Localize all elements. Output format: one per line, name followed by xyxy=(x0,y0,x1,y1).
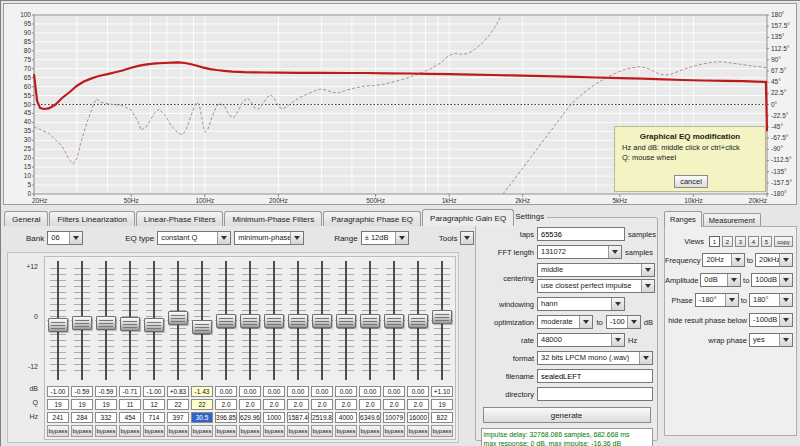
slider-handle-1[interactable] xyxy=(48,318,68,332)
slider-handle-12[interactable] xyxy=(312,314,332,328)
slider-handle-8[interactable] xyxy=(216,314,236,328)
chevron-down-icon[interactable] xyxy=(69,232,82,244)
amplitude-from-select[interactable]: 0dB xyxy=(700,273,741,287)
eq-q-field-11[interactable]: 2.0 xyxy=(287,399,309,410)
slider-handle-15[interactable] xyxy=(384,314,404,328)
slider-handle-6[interactable] xyxy=(168,311,188,325)
eq-hz-field-11[interactable]: 1587.4 xyxy=(287,412,309,423)
wrap-phase-select[interactable]: yes xyxy=(749,333,793,347)
view-button-2[interactable]: 2 xyxy=(722,236,733,247)
eq-hz-field-10[interactable]: 1000 xyxy=(263,412,285,423)
eq-hz-field-6[interactable]: 397 xyxy=(167,412,189,423)
eq-db-field-10[interactable]: 0.00 xyxy=(263,386,285,397)
slider-handle-2[interactable] xyxy=(72,316,92,330)
chevron-down-icon[interactable] xyxy=(779,294,792,306)
format-select[interactable]: 32 bits LPCM mono (.wav) xyxy=(537,351,653,365)
chevron-down-icon[interactable] xyxy=(779,254,792,266)
chevron-down-icon[interactable] xyxy=(395,232,408,244)
eq-hz-field-13[interactable]: 4000 xyxy=(335,412,357,423)
chevron-down-icon[interactable] xyxy=(779,314,792,326)
eq-hz-field-1[interactable]: 241 xyxy=(47,412,69,423)
chevron-down-icon[interactable] xyxy=(639,352,652,364)
bypass-button-4[interactable]: bypass xyxy=(119,425,141,437)
tab-paragraphic-phase-eq[interactable]: Paragraphic Phase EQ xyxy=(323,211,421,226)
eq-gain-slider-3[interactable] xyxy=(94,258,118,384)
eq-db-field-14[interactable]: 0.00 xyxy=(359,386,381,397)
eq-gain-slider-15[interactable] xyxy=(382,258,406,384)
chevron-down-icon[interactable] xyxy=(611,298,624,310)
slider-handle-3[interactable] xyxy=(96,316,116,330)
view-button-3[interactable]: 3 xyxy=(735,236,746,247)
view-button-4[interactable]: 4 xyxy=(748,236,759,247)
eq-db-field-12[interactable]: 0.00 xyxy=(311,386,333,397)
slider-handle-13[interactable] xyxy=(336,314,356,328)
eq-hz-field-2[interactable]: 284 xyxy=(71,412,93,423)
eq-hz-field-17[interactable]: 822 xyxy=(431,412,453,423)
tools-select[interactable] xyxy=(460,231,474,245)
slider-handle-14[interactable] xyxy=(360,314,380,328)
chevron-down-icon[interactable] xyxy=(217,232,230,244)
eq-gain-slider-12[interactable] xyxy=(310,258,334,384)
eq-q-field-10[interactable]: 2.0 xyxy=(263,399,285,410)
eq-gain-slider-1[interactable] xyxy=(46,258,70,384)
eq-gain-slider-4[interactable] xyxy=(118,258,142,384)
eq-q-field-9[interactable]: 2.0 xyxy=(239,399,261,410)
tab-ranges[interactable]: Ranges xyxy=(664,211,702,227)
bypass-button-14[interactable]: bypass xyxy=(359,425,381,437)
chevron-down-icon[interactable] xyxy=(611,334,624,346)
tab-general[interactable]: General xyxy=(4,211,48,226)
eq-db-field-6[interactable]: +0.83 xyxy=(167,386,189,397)
eq-hz-field-16[interactable]: 16000 xyxy=(407,412,429,423)
eq-gain-slider-13[interactable] xyxy=(334,258,358,384)
bypass-button-6[interactable]: bypass xyxy=(167,425,189,437)
eq-db-field-16[interactable]: 0.00 xyxy=(407,386,429,397)
eq-gain-slider-10[interactable] xyxy=(262,258,286,384)
eq-q-field-3[interactable]: 19 xyxy=(95,399,117,410)
eq-gain-slider-9[interactable] xyxy=(238,258,262,384)
phase-type-select[interactable]: minimum-phase xyxy=(234,231,304,245)
eq-type-select[interactable]: constant Q xyxy=(157,231,231,245)
eq-gain-slider-2[interactable] xyxy=(70,258,94,384)
eq-q-field-7[interactable]: 22 xyxy=(191,399,213,410)
bypass-button-9[interactable]: bypass xyxy=(239,425,261,437)
eq-hz-field-8[interactable]: 396.85 xyxy=(215,412,237,423)
eq-q-field-4[interactable]: 11 xyxy=(119,399,141,410)
windowing-select[interactable]: hann xyxy=(537,297,625,311)
eq-db-field-8[interactable]: 0.00 xyxy=(215,386,237,397)
eq-gain-slider-16[interactable] xyxy=(406,258,430,384)
chevron-down-icon[interactable] xyxy=(641,264,654,276)
slider-handle-17[interactable] xyxy=(432,310,452,324)
eq-q-field-12[interactable]: 2.0 xyxy=(311,399,333,410)
eq-db-field-17[interactable]: +1.10 xyxy=(431,386,453,397)
eq-db-field-5[interactable]: -1.00 xyxy=(143,386,165,397)
eq-hz-field-4[interactable]: 454 xyxy=(119,412,141,423)
optimization-db-select[interactable]: -100 xyxy=(606,315,641,329)
view-button-copy[interactable]: copy xyxy=(774,236,793,247)
view-button-1[interactable]: 1 xyxy=(709,236,720,247)
view-button-5[interactable]: 5 xyxy=(761,236,772,247)
bypass-button-8[interactable]: bypass xyxy=(215,425,237,437)
chevron-down-icon[interactable] xyxy=(779,274,792,286)
centering-select-1[interactable]: middle xyxy=(537,263,655,277)
eq-gain-slider-14[interactable] xyxy=(358,258,382,384)
phase-from-select[interactable]: -180° xyxy=(695,293,739,307)
eq-gain-slider-17[interactable] xyxy=(430,258,454,384)
cancel-button[interactable]: cancel xyxy=(674,175,708,188)
frequency-from-select[interactable]: 20Hz xyxy=(702,253,744,267)
eq-db-field-3[interactable]: -0.59 xyxy=(95,386,117,397)
eq-q-field-8[interactable]: 2.0 xyxy=(215,399,237,410)
eq-q-field-6[interactable]: 22 xyxy=(167,399,189,410)
eq-hz-field-12[interactable]: 2519.8 xyxy=(311,412,333,423)
chevron-down-icon[interactable] xyxy=(731,254,744,266)
phase-to-select[interactable]: 180° xyxy=(749,293,793,307)
slider-handle-16[interactable] xyxy=(408,314,428,328)
chevron-down-icon[interactable] xyxy=(461,232,473,244)
tab-minimum-phase-filters[interactable]: Minimum-Phase Filters xyxy=(224,211,322,226)
bypass-button-3[interactable]: bypass xyxy=(95,425,117,437)
slider-handle-11[interactable] xyxy=(288,314,308,328)
bypass-button-17[interactable]: bypass xyxy=(431,425,453,437)
eq-hz-field-14[interactable]: 6349.6 xyxy=(359,412,381,423)
eq-db-field-2[interactable]: -0.59 xyxy=(71,386,93,397)
directory-input[interactable] xyxy=(537,387,653,401)
tab-measurement[interactable]: Measurement xyxy=(703,213,761,227)
